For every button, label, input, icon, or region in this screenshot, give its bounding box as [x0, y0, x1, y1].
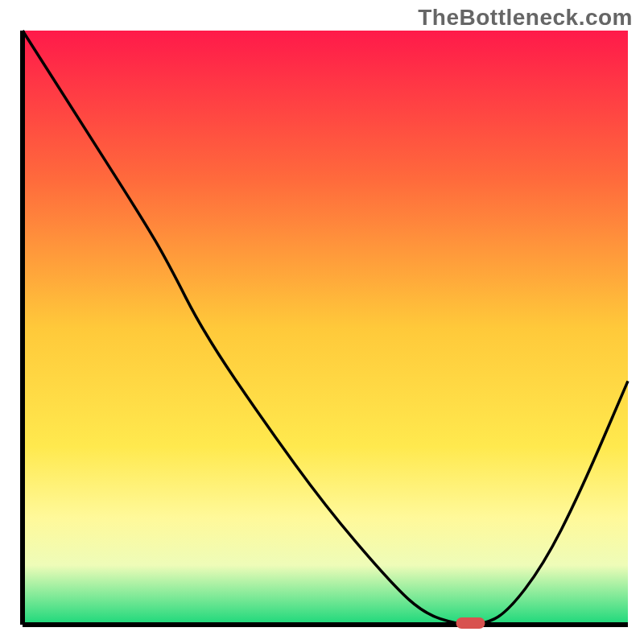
optimal-marker — [456, 617, 485, 629]
bottleneck-chart — [0, 0, 644, 644]
chart-background — [23, 31, 628, 625]
